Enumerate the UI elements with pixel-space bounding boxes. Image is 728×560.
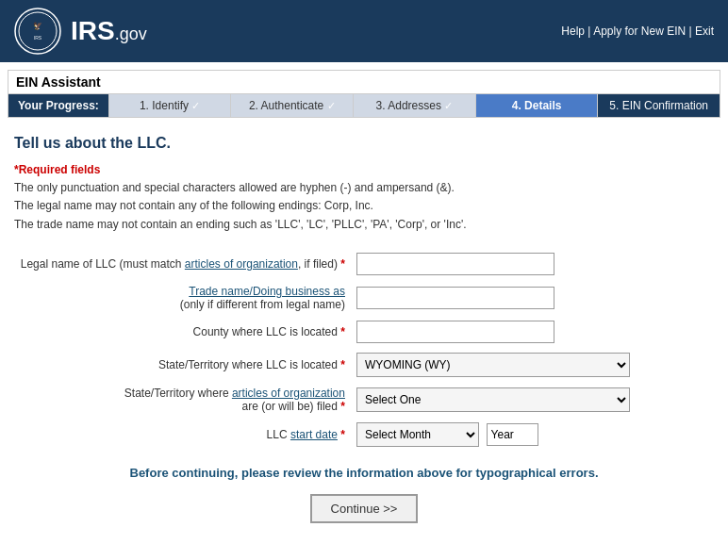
- state-located-row: State/Territory where LLC is located * W…: [14, 348, 714, 382]
- legal-name-input[interactable]: [356, 253, 554, 275]
- instructions: *Required fields The only punctuation an…: [14, 161, 714, 234]
- exit-link[interactable]: Exit: [695, 25, 714, 38]
- county-input-cell: [351, 316, 714, 348]
- button-row: Continue >>: [14, 494, 714, 523]
- step-addresses: 3. Addresses ✓: [353, 94, 475, 117]
- trade-name-input-cell: [351, 280, 714, 316]
- trade-name-input[interactable]: [356, 287, 554, 309]
- legal-name-label: Legal name of LLC (must match articles o…: [14, 248, 351, 280]
- state-filed-select[interactable]: Select One: [356, 387, 630, 412]
- svg-point-1: [19, 12, 57, 50]
- required-note: *Required fields: [14, 163, 100, 176]
- state-located-label: State/Territory where LLC is located *: [14, 348, 351, 382]
- progress-label: Your Progress:: [8, 94, 108, 117]
- instruction-1: The only punctuation and special charact…: [14, 181, 455, 194]
- form-table: Legal name of LLC (must match articles o…: [14, 248, 714, 452]
- page-header: 🦅 IRS IRS.gov Help | Apply for New EIN |…: [0, 0, 728, 62]
- addresses-check: ✓: [444, 100, 453, 111]
- step-details: 4. Details: [475, 94, 598, 117]
- irs-title: IRS: [71, 16, 115, 45]
- ein-assistant-title: EIN Assistant: [8, 71, 720, 94]
- irs-seal-icon: 🦅 IRS: [14, 8, 61, 55]
- state-filed-label: State/Territory where articles of organi…: [14, 382, 351, 418]
- progress-bar: Your Progress: 1. Identify ✓ 2. Authenti…: [8, 94, 720, 117]
- county-row: County where LLC is located *: [14, 316, 714, 348]
- legal-name-input-cell: [351, 248, 714, 280]
- county-label: County where LLC is located *: [14, 316, 351, 348]
- logo-area: 🦅 IRS IRS.gov: [14, 8, 147, 55]
- main-content: Tell us about the LLC. *Required fields …: [0, 125, 728, 552]
- articles-org-link-2[interactable]: articles of organization: [232, 387, 345, 400]
- progress-section: EIN Assistant Your Progress: 1. Identify…: [8, 70, 720, 118]
- state-filed-row: State/Territory where articles of organi…: [14, 382, 714, 418]
- start-date-row: LLC start date * Select Month January Fe…: [14, 418, 714, 452]
- page-heading: Tell us about the LLC.: [14, 135, 714, 152]
- trade-name-link[interactable]: Trade name/Doing business as: [189, 285, 345, 298]
- step-authenticate: 2. Authenticate ✓: [230, 94, 353, 117]
- svg-text:IRS: IRS: [34, 35, 42, 41]
- instruction-3: The trade name may not contain an ending…: [14, 218, 467, 231]
- irs-gov: .gov: [115, 25, 147, 43]
- state-located-select[interactable]: WYOMING (WY): [356, 353, 630, 377]
- start-date-label: LLC start date *: [14, 418, 351, 452]
- trade-name-row: Trade name/Doing business as (only if di…: [14, 280, 714, 316]
- header-links: Help | Apply for New EIN | Exit: [561, 25, 714, 38]
- identify-check: ✓: [191, 100, 200, 111]
- svg-point-0: [15, 8, 60, 54]
- help-link[interactable]: Help: [561, 25, 585, 38]
- continue-button[interactable]: Continue >>: [310, 494, 419, 523]
- start-year-input[interactable]: [487, 423, 538, 446]
- start-month-select[interactable]: Select Month January February March Apri…: [356, 422, 479, 447]
- review-notice: Before continuing, please review the inf…: [14, 466, 714, 480]
- state-located-input-cell: WYOMING (WY): [351, 348, 714, 382]
- authenticate-check: ✓: [327, 100, 336, 111]
- articles-org-link-1[interactable]: articles of organization: [185, 257, 298, 271]
- start-date-input-cell: Select Month January February March Apri…: [351, 418, 714, 452]
- apply-ein-link[interactable]: Apply for New EIN: [593, 25, 686, 38]
- svg-text:🦅: 🦅: [33, 21, 42, 30]
- step-confirmation: 5. EIN Confirmation: [597, 94, 720, 117]
- instruction-2: The legal name may not contain any of th…: [14, 199, 373, 212]
- trade-name-label: Trade name/Doing business as (only if di…: [14, 280, 351, 316]
- step-identify: 1. Identify ✓: [108, 94, 231, 117]
- start-date-link[interactable]: start date: [290, 428, 338, 441]
- state-filed-input-cell: Select One: [351, 382, 714, 418]
- legal-name-row: Legal name of LLC (must match articles o…: [14, 248, 714, 280]
- county-input[interactable]: [356, 321, 554, 343]
